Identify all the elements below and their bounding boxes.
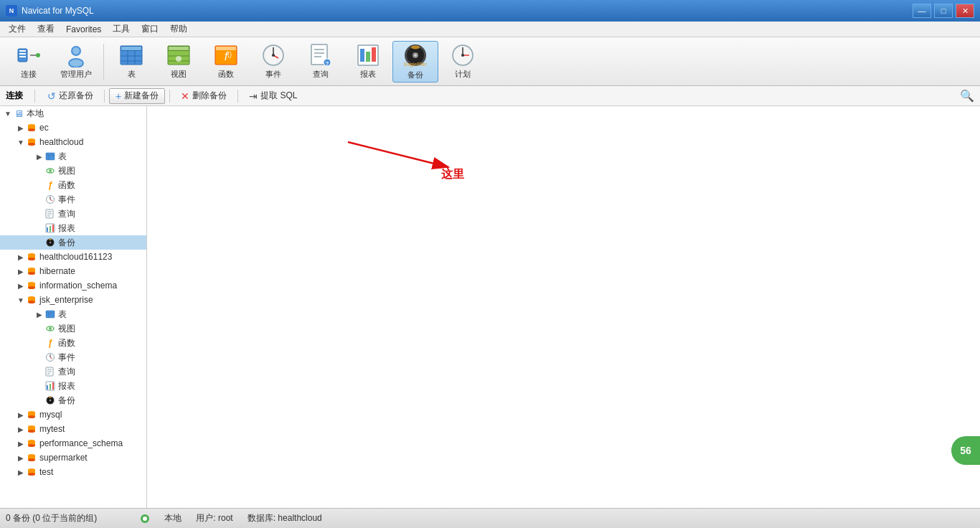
svg-rect-106 bbox=[52, 382, 54, 390]
tree-item-mytest[interactable]: ▶ mytest bbox=[0, 422, 146, 436]
tree-item-jsk-event[interactable]: 事件 bbox=[0, 350, 146, 364]
expand-supermarket: ▶ bbox=[16, 453, 26, 463]
svg-point-45 bbox=[414, 54, 417, 57]
tree-item-ec[interactable]: ▶ ec bbox=[0, 121, 146, 135]
extract-sql-button[interactable]: ⇥ 提取 SQL bbox=[242, 88, 303, 104]
sidebar-header-label: 连接 bbox=[6, 90, 23, 102]
svg-point-9 bbox=[70, 60, 83, 67]
tree-item-hc-event[interactable]: 事件 bbox=[0, 192, 146, 207]
backup-label: 备份 bbox=[407, 70, 423, 80]
tree-item-local[interactable]: ▼ 🖥 本地 bbox=[0, 106, 146, 121]
tree-item-jsk-backup[interactable]: 备份 bbox=[0, 393, 146, 407]
tree-item-jsk-query[interactable]: 查询 bbox=[0, 364, 146, 379]
toolbar-table[interactable]: 表 bbox=[108, 41, 154, 82]
tree-item-hc-backup[interactable]: 备份 bbox=[0, 235, 146, 250]
tree-item-jsk-func[interactable]: ƒ 函数 bbox=[0, 336, 146, 350]
menu-view[interactable]: 查看 bbox=[32, 22, 60, 37]
new-backup-icon: + bbox=[116, 90, 121, 102]
jsk-backup-icon bbox=[44, 395, 56, 406]
tree-item-mysql[interactable]: ▶ mysql bbox=[0, 407, 146, 422]
tree-item-hibernate[interactable]: ▶ hibernate bbox=[0, 264, 146, 278]
database-status: 数据库: healthcloud bbox=[248, 512, 322, 524]
green-circle-badge: 56 bbox=[951, 436, 980, 465]
svg-rect-74 bbox=[52, 225, 54, 232]
hc-view-icon bbox=[44, 165, 56, 176]
tree-item-hc-report[interactable]: 报表 bbox=[0, 221, 146, 235]
tree-item-test[interactable]: ▶ test bbox=[0, 465, 146, 479]
expand-jsk-table: ▶ bbox=[34, 309, 44, 319]
delete-icon: ✕ bbox=[181, 90, 189, 102]
svg-point-122 bbox=[28, 458, 35, 461]
minimize-button[interactable]: — bbox=[913, 4, 931, 18]
expand-hc161123: ▶ bbox=[16, 252, 26, 262]
menu-favorites[interactable]: Favorites bbox=[60, 23, 107, 36]
tree-item-supermarket[interactable]: ▶ supermarket bbox=[0, 451, 146, 465]
svg-rect-59 bbox=[46, 153, 55, 160]
event-icon bbox=[260, 43, 286, 67]
tree-item-hc-func[interactable]: ƒ 函数 bbox=[0, 178, 146, 192]
close-button[interactable]: ✕ bbox=[956, 4, 974, 18]
svg-point-116 bbox=[28, 430, 35, 433]
mysql-db-icon bbox=[26, 409, 37, 420]
menu-tools[interactable]: 工具 bbox=[107, 22, 136, 37]
new-backup-button[interactable]: + 新建备份 bbox=[109, 88, 165, 104]
svg-rect-40 bbox=[366, 52, 370, 62]
jsk-view-icon bbox=[44, 323, 56, 334]
event-label: 事件 bbox=[265, 69, 281, 80]
title-bar: N Navicat for MySQL — □ ✕ bbox=[0, 0, 980, 22]
main-area: ▼ 🖥 本地 ▶ ec ▼ healthcloud ▶ 表 bbox=[0, 106, 980, 508]
toolbar-manage-user[interactable]: 管理用户 bbox=[53, 41, 99, 82]
hc-report-icon bbox=[44, 222, 56, 234]
delete-backup-button[interactable]: ✕ 删除备份 bbox=[174, 88, 233, 104]
expand-local: ▼ bbox=[3, 108, 13, 118]
tree-item-perf-schema[interactable]: ▶ performance_schema bbox=[0, 436, 146, 451]
report-icon bbox=[355, 43, 381, 67]
svg-rect-19 bbox=[169, 47, 189, 50]
menu-help[interactable]: 帮助 bbox=[164, 22, 193, 37]
expand-info-schema: ▶ bbox=[16, 280, 26, 291]
jsk-table-icon bbox=[44, 308, 56, 320]
annotation-text: 这里 bbox=[441, 167, 464, 182]
toolbar-event[interactable]: 事件 bbox=[250, 41, 296, 82]
menu-window[interactable]: 窗口 bbox=[136, 22, 164, 37]
restore-backup-button[interactable]: ↺ 还原备份 bbox=[41, 88, 100, 104]
toolbar-report[interactable]: 报表 bbox=[345, 41, 391, 82]
tree-item-hc-query[interactable]: 查询 bbox=[0, 207, 146, 221]
app-title: Navicat for MySQL bbox=[22, 6, 94, 16]
tree-item-jsk-table[interactable]: ▶ 表 bbox=[0, 307, 146, 321]
svg-rect-73 bbox=[50, 226, 51, 232]
toolbar-function[interactable]: f () 函数 bbox=[203, 41, 249, 82]
maximize-button[interactable]: □ bbox=[934, 4, 953, 18]
tree-item-hc161123[interactable]: ▶ healthcloud161123 bbox=[0, 250, 146, 264]
tree-item-info-schema[interactable]: ▶ information_schema bbox=[0, 278, 146, 293]
toolbar-view[interactable]: 视图 bbox=[156, 41, 202, 82]
toolbar-backup[interactable]: EagleFiler 备份 bbox=[392, 41, 438, 82]
supermarket-db-icon bbox=[26, 452, 37, 463]
toolbar-query[interactable]: ? 查询 bbox=[298, 41, 344, 82]
tree-item-healthcloud[interactable]: ▼ healthcloud bbox=[0, 135, 146, 149]
svg-point-119 bbox=[28, 444, 35, 447]
hc-event-icon bbox=[44, 194, 56, 205]
view-label: 视图 bbox=[171, 69, 187, 80]
toolbar-schedule[interactable]: 计划 bbox=[440, 41, 486, 82]
connect-icon bbox=[16, 43, 42, 67]
tree-item-hc-view[interactable]: 视图 bbox=[0, 164, 146, 178]
search-icon[interactable]: 🔍 bbox=[960, 89, 974, 103]
toolbar-connect[interactable]: 连接 bbox=[6, 41, 52, 82]
jsk-query-icon bbox=[44, 366, 56, 377]
tree-item-jsk[interactable]: ▼ jsk_enterprise bbox=[0, 293, 146, 307]
svg-rect-72 bbox=[47, 227, 48, 232]
expand-ec: ▶ bbox=[16, 123, 26, 133]
hc161123-db-icon bbox=[26, 251, 37, 263]
user-status: 用户: root bbox=[196, 512, 232, 524]
tree-item-jsk-report[interactable]: 报表 bbox=[0, 379, 146, 393]
tree-item-jsk-view[interactable]: 视图 bbox=[0, 321, 146, 336]
tree-item-hc-table[interactable]: ▶ 表 bbox=[0, 149, 146, 164]
svg-point-8 bbox=[72, 47, 80, 55]
svg-point-129 bbox=[143, 517, 147, 521]
svg-point-58 bbox=[28, 143, 35, 146]
toolbar: 连接 管理用户 表 bbox=[0, 37, 980, 86]
menu-file[interactable]: 文件 bbox=[3, 22, 32, 37]
menu-bar: 文件 查看 Favorites 工具 窗口 帮助 bbox=[0, 22, 980, 37]
action-bar: 连接 ↺ 还原备份 + 新建备份 ✕ 删除备份 ⇥ 提取 SQL 🔍 bbox=[0, 86, 980, 106]
